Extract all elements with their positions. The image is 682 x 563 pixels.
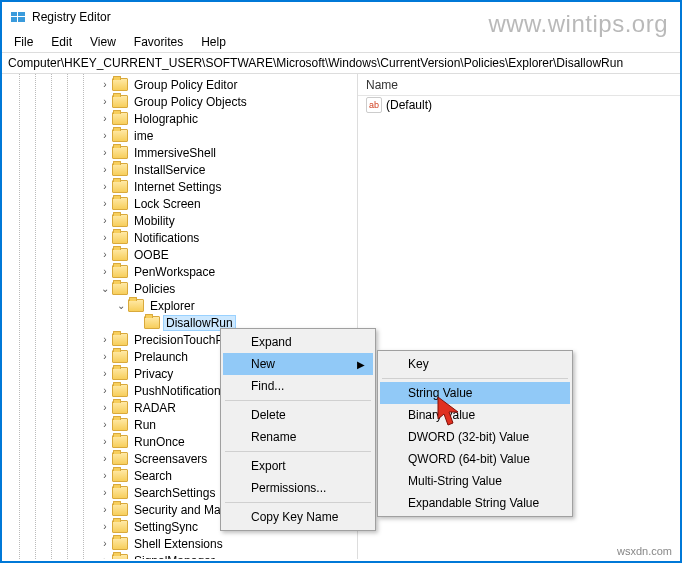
ctx-new-expandable-string[interactable]: Expandable String Value bbox=[380, 492, 570, 514]
chevron-down-icon[interactable]: ⌄ bbox=[114, 300, 128, 311]
menu-edit[interactable]: Edit bbox=[43, 33, 80, 51]
ctx-expand[interactable]: Expand bbox=[223, 331, 373, 353]
chevron-right-icon[interactable]: › bbox=[98, 79, 112, 90]
chevron-right-icon[interactable]: › bbox=[98, 215, 112, 226]
chevron-right-icon[interactable]: › bbox=[98, 351, 112, 362]
menu-view[interactable]: View bbox=[82, 33, 124, 51]
tree-item[interactable]: ›Notifications bbox=[2, 229, 357, 246]
ctx-new-multi-string[interactable]: Multi-String Value bbox=[380, 470, 570, 492]
folder-icon bbox=[112, 214, 128, 227]
folder-icon bbox=[112, 129, 128, 142]
tree-label: Run bbox=[131, 418, 159, 432]
tree-label: Shell Extensions bbox=[131, 537, 226, 551]
value-name: (Default) bbox=[386, 98, 432, 112]
ctx-new[interactable]: New ▶ bbox=[223, 353, 373, 375]
folder-icon bbox=[112, 78, 128, 91]
tree-item[interactable]: ›Lock Screen bbox=[2, 195, 357, 212]
chevron-right-icon[interactable]: › bbox=[98, 402, 112, 413]
context-menu: Expand New ▶ Find... Delete Rename Expor… bbox=[220, 328, 376, 531]
folder-icon bbox=[112, 554, 128, 559]
folder-icon bbox=[112, 367, 128, 380]
tree-label: Group Policy Editor bbox=[131, 78, 240, 92]
ctx-permissions[interactable]: Permissions... bbox=[223, 477, 373, 499]
chevron-right-icon[interactable]: › bbox=[98, 96, 112, 107]
ctx-new-binary-value[interactable]: Binary Value bbox=[380, 404, 570, 426]
tree-label: ime bbox=[131, 129, 156, 143]
tree-item[interactable]: ⌄Explorer bbox=[2, 297, 357, 314]
tree-item[interactable]: ›Mobility bbox=[2, 212, 357, 229]
chevron-right-icon[interactable]: › bbox=[98, 113, 112, 124]
tree-label: RADAR bbox=[131, 401, 179, 415]
ctx-delete[interactable]: Delete bbox=[223, 404, 373, 426]
folder-icon bbox=[112, 333, 128, 346]
tree-label: Notifications bbox=[131, 231, 202, 245]
tree-item[interactable]: ⌄Policies bbox=[2, 280, 357, 297]
menu-file[interactable]: File bbox=[6, 33, 41, 51]
folder-icon bbox=[112, 350, 128, 363]
chevron-right-icon[interactable]: › bbox=[98, 266, 112, 277]
chevron-right-icon[interactable]: › bbox=[98, 504, 112, 515]
tree-label: Holographic bbox=[131, 112, 201, 126]
menu-help[interactable]: Help bbox=[193, 33, 234, 51]
watermark: www.wintips.org bbox=[488, 10, 668, 38]
tree-label: Lock Screen bbox=[131, 197, 204, 211]
tree-item[interactable]: ›ImmersiveShell bbox=[2, 144, 357, 161]
column-header-name[interactable]: Name bbox=[358, 74, 680, 96]
folder-icon bbox=[112, 95, 128, 108]
tree-label: Privacy bbox=[131, 367, 176, 381]
tree-item[interactable]: ›Internet Settings bbox=[2, 178, 357, 195]
chevron-right-icon[interactable]: › bbox=[98, 521, 112, 532]
folder-icon bbox=[112, 452, 128, 465]
ctx-rename[interactable]: Rename bbox=[223, 426, 373, 448]
folder-icon bbox=[112, 180, 128, 193]
chevron-right-icon[interactable]: › bbox=[98, 164, 112, 175]
ctx-new-key[interactable]: Key bbox=[380, 353, 570, 375]
chevron-right-icon[interactable]: › bbox=[98, 147, 112, 158]
menu-favorites[interactable]: Favorites bbox=[126, 33, 191, 51]
chevron-right-icon[interactable]: › bbox=[98, 487, 112, 498]
tree-label: InstallService bbox=[131, 163, 208, 177]
tree-label: PushNotifications bbox=[131, 384, 230, 398]
folder-icon bbox=[112, 231, 128, 244]
folder-icon bbox=[112, 163, 128, 176]
chevron-right-icon[interactable]: › bbox=[98, 232, 112, 243]
folder-icon bbox=[112, 435, 128, 448]
chevron-right-icon[interactable]: › bbox=[98, 555, 112, 559]
chevron-right-icon[interactable]: › bbox=[98, 538, 112, 549]
tree-item[interactable]: ›OOBE bbox=[2, 246, 357, 263]
folder-icon bbox=[112, 112, 128, 125]
chevron-right-icon[interactable]: › bbox=[98, 436, 112, 447]
tree-item[interactable]: ›Group Policy Objects bbox=[2, 93, 357, 110]
ctx-new-string-value[interactable]: String Value bbox=[380, 382, 570, 404]
chevron-right-icon[interactable]: › bbox=[98, 130, 112, 141]
tree-item[interactable]: ›PenWorkspace bbox=[2, 263, 357, 280]
ctx-find[interactable]: Find... bbox=[223, 375, 373, 397]
tree-item[interactable]: ›Group Policy Editor bbox=[2, 76, 357, 93]
folder-icon bbox=[112, 469, 128, 482]
folder-icon bbox=[112, 537, 128, 550]
chevron-right-icon[interactable]: › bbox=[98, 419, 112, 430]
chevron-right-icon[interactable]: › bbox=[98, 334, 112, 345]
value-row-default[interactable]: ab (Default) bbox=[358, 96, 680, 114]
ctx-new-qword-64[interactable]: QWORD (64-bit) Value bbox=[380, 448, 570, 470]
address-bar[interactable]: Computer\HKEY_CURRENT_USER\SOFTWARE\Micr… bbox=[2, 52, 680, 74]
chevron-right-icon[interactable]: › bbox=[98, 181, 112, 192]
tree-item[interactable]: ›Holographic bbox=[2, 110, 357, 127]
tree-item[interactable]: ›InstallService bbox=[2, 161, 357, 178]
ctx-copy-key-name[interactable]: Copy Key Name bbox=[223, 506, 373, 528]
ctx-new-dword-32[interactable]: DWORD (32-bit) Value bbox=[380, 426, 570, 448]
chevron-right-icon[interactable]: › bbox=[98, 249, 112, 260]
tree-item[interactable]: ›SignalManager bbox=[2, 552, 357, 559]
svg-rect-0 bbox=[11, 12, 17, 16]
chevron-right-icon[interactable]: › bbox=[98, 453, 112, 464]
tree-item[interactable]: ›ime bbox=[2, 127, 357, 144]
chevron-right-icon[interactable]: › bbox=[98, 470, 112, 481]
ctx-export[interactable]: Export bbox=[223, 455, 373, 477]
chevron-right-icon[interactable]: › bbox=[98, 198, 112, 209]
chevron-down-icon[interactable]: ⌄ bbox=[98, 283, 112, 294]
tree-item[interactable]: ›Shell Extensions bbox=[2, 535, 357, 552]
folder-icon bbox=[112, 486, 128, 499]
chevron-right-icon[interactable]: › bbox=[98, 385, 112, 396]
chevron-right-icon[interactable]: › bbox=[98, 368, 112, 379]
watermark-small: wsxdn.com bbox=[617, 545, 672, 557]
